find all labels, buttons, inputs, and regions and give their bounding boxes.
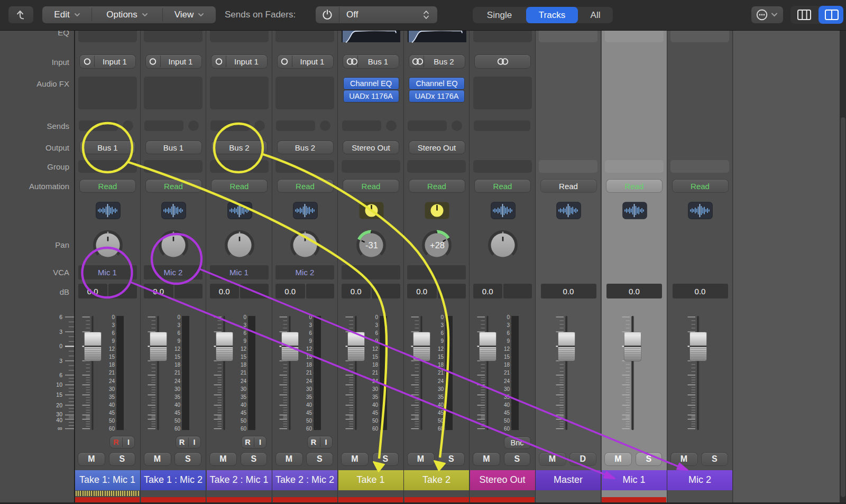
svg-text:21: 21 [372,370,378,376]
svg-text:18: 18 [372,362,378,368]
svg-text:24: 24 [108,378,115,384]
svg-text:9: 9 [177,338,180,344]
svg-text:30: 30 [108,386,115,392]
svg-text:0: 0 [59,343,62,349]
svg-text:60: 60 [438,426,444,432]
svg-text:30: 30 [174,386,181,392]
svg-text:40: 40 [240,402,246,408]
svg-text:40: 40 [438,402,444,408]
svg-text:35: 35 [306,394,312,400]
svg-text:6: 6 [112,330,115,336]
svg-text:3: 3 [375,322,378,328]
svg-text:6: 6 [59,372,62,378]
svg-text:50: 50 [503,418,510,424]
svg-text:60: 60 [240,426,246,432]
svg-text:45: 45 [108,410,115,416]
svg-text:35: 35 [108,394,115,400]
svg-text:24: 24 [306,378,312,384]
svg-text:24: 24 [372,378,378,384]
svg-text:∞: ∞ [58,425,62,432]
svg-text:0: 0 [440,314,444,320]
svg-text:12: 12 [174,346,181,352]
svg-text:9: 9 [243,338,246,344]
svg-text:45: 45 [306,410,312,416]
svg-text:12: 12 [108,346,115,352]
svg-text:15: 15 [372,354,378,360]
svg-text:0: 0 [507,314,510,320]
svg-text:35: 35 [438,394,444,400]
svg-text:12: 12 [372,346,378,352]
svg-text:10: 10 [56,381,62,388]
svg-text:35: 35 [372,394,378,400]
svg-text:18: 18 [240,362,246,368]
svg-text:60: 60 [372,426,378,432]
svg-text:15: 15 [503,354,510,360]
svg-text:20: 20 [56,402,62,408]
svg-text:12: 12 [438,346,444,352]
svg-text:21: 21 [108,370,115,376]
svg-text:6: 6 [507,330,510,336]
svg-text:3: 3 [59,358,62,364]
svg-text:40: 40 [306,402,312,408]
svg-text:9: 9 [112,338,115,344]
svg-text:40: 40 [108,402,115,408]
svg-text:24: 24 [174,378,181,384]
svg-text:6: 6 [243,330,246,336]
svg-text:18: 18 [108,362,115,368]
svg-text:-31: -31 [365,240,378,250]
svg-text:60: 60 [503,426,510,432]
svg-text:21: 21 [306,370,312,376]
svg-text:0: 0 [309,314,312,320]
svg-text:21: 21 [503,370,510,376]
svg-text:24: 24 [503,378,510,384]
svg-text:50: 50 [108,418,115,424]
svg-text:15: 15 [240,354,246,360]
svg-text:50: 50 [438,418,444,424]
svg-text:12: 12 [240,346,246,352]
svg-text:3: 3 [59,329,62,335]
svg-text:15: 15 [174,354,181,360]
svg-text:60: 60 [108,426,115,432]
svg-text:35: 35 [240,394,246,400]
svg-text:30: 30 [372,386,378,392]
svg-text:18: 18 [306,362,312,368]
svg-text:35: 35 [503,394,510,400]
svg-text:3: 3 [112,322,115,328]
svg-text:3: 3 [177,322,180,328]
svg-text:6: 6 [177,330,180,336]
svg-text:3: 3 [507,322,510,328]
svg-text:50: 50 [306,418,312,424]
svg-text:15: 15 [108,354,115,360]
svg-text:50: 50 [372,418,378,424]
svg-text:0: 0 [375,314,378,320]
svg-text:12: 12 [306,346,312,352]
svg-text:6: 6 [309,330,312,336]
svg-text:24: 24 [438,378,444,384]
svg-text:12: 12 [503,346,510,352]
svg-text:60: 60 [174,426,181,432]
svg-text:45: 45 [372,410,378,416]
svg-text:15: 15 [438,354,444,360]
svg-text:21: 21 [174,370,181,376]
svg-text:6: 6 [440,330,444,336]
svg-text:35: 35 [174,394,181,400]
svg-text:0: 0 [177,314,180,320]
svg-text:50: 50 [174,418,181,424]
svg-text:45: 45 [240,410,246,416]
svg-text:6: 6 [375,330,378,336]
svg-text:45: 45 [174,410,181,416]
svg-text:6: 6 [59,314,62,320]
svg-text:15: 15 [306,354,312,360]
svg-text:60: 60 [306,426,312,432]
svg-text:18: 18 [174,362,181,368]
svg-text:30: 30 [503,386,510,392]
svg-text:40: 40 [56,417,62,423]
svg-text:9: 9 [375,338,378,344]
svg-text:0: 0 [243,314,246,320]
svg-text:0: 0 [112,314,115,320]
svg-text:18: 18 [438,362,444,368]
svg-text:40: 40 [372,402,378,408]
svg-text:24: 24 [240,378,246,384]
svg-text:9: 9 [309,338,312,344]
svg-text:3: 3 [440,322,444,328]
